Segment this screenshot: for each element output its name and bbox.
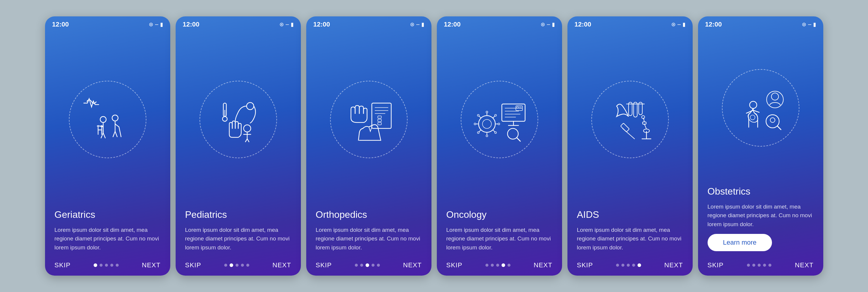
svg-line-24 (247, 139, 249, 142)
svg-line-49 (493, 130, 495, 132)
svg-point-74 (642, 116, 645, 119)
next-button[interactable]: NEXT (664, 261, 683, 269)
dot-3[interactable] (110, 264, 113, 267)
dot-2[interactable] (105, 264, 108, 267)
geriatrics-title: Geriatrics (55, 209, 161, 220)
dot-4[interactable] (377, 264, 380, 267)
dot-4[interactable] (768, 264, 771, 267)
obstetrics-title: Obstetrics (708, 186, 814, 197)
skip-button[interactable]: SKIP (55, 261, 71, 269)
obstetrics-icon-area (698, 30, 823, 186)
pediatrics-icon-area (176, 30, 301, 209)
dot-4[interactable] (246, 264, 249, 267)
dot-0[interactable] (486, 264, 488, 267)
skip-button[interactable]: SKIP (185, 261, 201, 269)
signal-icon: ⎼ (547, 22, 550, 28)
status-time: 12:00 (52, 21, 69, 28)
obstetrics-dashed-circle (722, 69, 799, 147)
dot-2[interactable] (366, 263, 369, 267)
learn-more-button[interactable]: Learn more (708, 234, 772, 251)
dot-3[interactable] (632, 264, 635, 267)
geriatrics-content: GeriatricsLorem ipsum dolor sit dim amet… (45, 209, 170, 257)
dot-4[interactable] (116, 264, 119, 267)
obstetrics-content: ObstetricsLorem ipsum dolor sit dim amet… (698, 186, 823, 257)
status-bar: 12:00 ⊛ ⎼ ▮ (437, 17, 562, 30)
oncology-body: Lorem ipsum dolor sit dim amet, mea regi… (446, 226, 553, 252)
dot-1[interactable] (491, 264, 494, 267)
dot-3[interactable] (763, 264, 766, 267)
dot-1[interactable] (752, 264, 755, 267)
svg-rect-65 (633, 102, 637, 117)
svg-point-84 (770, 118, 775, 123)
orthopedics-dashed-circle (330, 81, 408, 158)
status-time: 12:00 (575, 21, 591, 28)
geriatrics-body: Lorem ipsum dolor sit dim amet, mea regi… (55, 226, 161, 252)
dot-0[interactable] (747, 264, 750, 267)
status-icons: ⊛ ⎼ ▮ (279, 21, 294, 28)
dot-2[interactable] (236, 264, 239, 267)
svg-line-9 (103, 133, 105, 138)
pagination-dots (224, 263, 249, 267)
aids-dashed-circle (591, 81, 669, 158)
battery-icon: ▮ (160, 21, 163, 28)
phone-screen-oncology: 12:00 ⊛ ⎼ ▮ (437, 17, 562, 275)
dot-2[interactable] (496, 264, 499, 267)
skip-button[interactable]: SKIP (708, 261, 724, 269)
svg-point-18 (222, 117, 227, 121)
svg-point-10 (112, 115, 118, 121)
status-icons: ⊛ ⎼ ▮ (802, 21, 816, 28)
svg-point-57 (517, 106, 519, 108)
pagination-dots (94, 263, 119, 267)
skip-button[interactable]: SKIP (446, 261, 463, 269)
signal-icon: ⎼ (416, 22, 420, 28)
wifi-icon: ⊛ (279, 21, 284, 28)
pagination-dots (486, 263, 510, 267)
dot-2[interactable] (758, 264, 761, 267)
dot-3[interactable] (501, 263, 505, 267)
dot-2[interactable] (627, 264, 630, 267)
phone-screen-pediatrics: 12:00 ⊛ ⎼ ▮ PediatricsLorem ipsum dolor … (176, 17, 301, 275)
pediatrics-dashed-circle (199, 81, 277, 158)
battery-icon: ▮ (813, 21, 816, 28)
dot-1[interactable] (229, 263, 233, 267)
status-time: 12:00 (313, 21, 330, 28)
orthopedics-body: Lorem ipsum dolor sit dim amet, mea regi… (316, 226, 422, 252)
skip-button[interactable]: SKIP (577, 261, 593, 269)
dot-1[interactable] (100, 264, 102, 267)
wifi-icon: ⊛ (149, 21, 153, 28)
status-time: 12:00 (183, 21, 199, 28)
dot-1[interactable] (360, 264, 363, 267)
dot-0[interactable] (94, 263, 97, 267)
signal-icon: ⎼ (808, 22, 811, 28)
orthopedics-title: Orthopedics (316, 209, 422, 220)
dot-1[interactable] (621, 264, 624, 267)
phone-screen-orthopedics: 12:00 ⊛ ⎼ ▮ OrthopedicsLorem ipsum dolor… (306, 17, 431, 275)
pagination-dots (747, 264, 771, 267)
svg-point-80 (750, 115, 755, 120)
dot-3[interactable] (241, 264, 244, 267)
dot-3[interactable] (372, 264, 374, 267)
dot-0[interactable] (355, 264, 358, 267)
status-bar: 12:00 ⊛ ⎼ ▮ (698, 17, 823, 30)
next-button[interactable]: NEXT (403, 261, 422, 269)
next-button[interactable]: NEXT (273, 261, 291, 269)
battery-icon: ▮ (421, 21, 424, 28)
svg-line-81 (746, 110, 753, 113)
svg-point-0 (100, 117, 106, 123)
svg-rect-51 (502, 104, 525, 121)
pagination-dots (616, 263, 641, 267)
svg-line-63 (517, 138, 520, 141)
next-button[interactable]: NEXT (534, 261, 553, 269)
dot-4[interactable] (638, 263, 641, 267)
dot-4[interactable] (507, 264, 510, 267)
skip-button[interactable]: SKIP (316, 261, 332, 269)
dot-0[interactable] (616, 264, 619, 267)
next-button[interactable]: NEXT (795, 261, 814, 269)
signal-icon: ⎼ (678, 22, 681, 28)
next-button[interactable]: NEXT (142, 261, 161, 269)
dot-0[interactable] (224, 264, 227, 267)
wifi-icon: ⊛ (410, 21, 414, 28)
geriatrics-dashed-circle (69, 81, 146, 158)
aids-icon-area (567, 30, 693, 209)
svg-point-48 (477, 132, 479, 133)
